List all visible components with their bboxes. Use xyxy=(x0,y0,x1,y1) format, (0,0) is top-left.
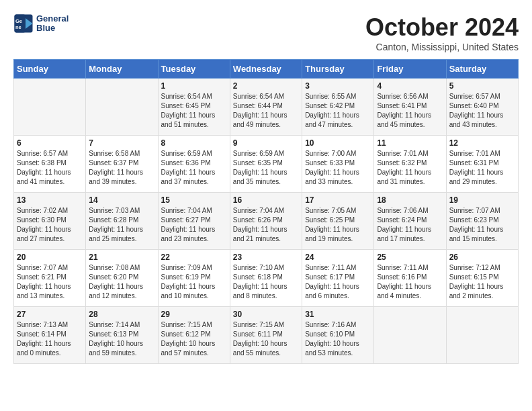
day-detail: Sunrise: 7:02 AMSunset: 6:30 PMDaylight:… xyxy=(17,206,83,244)
day-number: 22 xyxy=(161,253,227,262)
weekday-header: Tuesday xyxy=(158,60,230,79)
calendar-cell: 14Sunrise: 7:03 AMSunset: 6:28 PMDayligh… xyxy=(86,193,158,250)
calendar-week: 27Sunrise: 7:13 AMSunset: 6:14 PMDayligh… xyxy=(14,307,519,364)
title-block: October 2024 Canton, Mississippi, United… xyxy=(365,13,519,52)
day-number: 11 xyxy=(377,138,443,148)
day-detail: Sunrise: 7:05 AMSunset: 6:25 PMDaylight:… xyxy=(305,206,371,244)
logo: Ge ne General Blue xyxy=(13,13,69,34)
weekday-row: SundayMondayTuesdayWednesdayThursdayFrid… xyxy=(14,60,519,79)
calendar-cell xyxy=(374,307,446,364)
day-number: 19 xyxy=(449,195,515,205)
day-number: 1 xyxy=(161,81,227,91)
day-detail: Sunrise: 7:10 AMSunset: 6:18 PMDaylight:… xyxy=(233,263,299,301)
calendar-cell: 22Sunrise: 7:09 AMSunset: 6:19 PMDayligh… xyxy=(158,250,230,307)
calendar-cell: 29Sunrise: 7:15 AMSunset: 6:12 PMDayligh… xyxy=(158,307,230,364)
day-number: 15 xyxy=(161,195,227,205)
day-detail: Sunrise: 6:59 AMSunset: 6:36 PMDaylight:… xyxy=(161,149,227,187)
day-number: 14 xyxy=(89,195,154,205)
day-number: 8 xyxy=(161,138,227,148)
day-detail: Sunrise: 7:04 AMSunset: 6:27 PMDaylight:… xyxy=(161,206,227,244)
calendar-cell: 8Sunrise: 6:59 AMSunset: 6:36 PMDaylight… xyxy=(158,136,230,193)
day-number: 16 xyxy=(233,195,299,205)
weekday-header: Thursday xyxy=(302,60,374,79)
day-number: 27 xyxy=(17,310,83,319)
calendar-cell: 11Sunrise: 7:01 AMSunset: 6:32 PMDayligh… xyxy=(374,136,446,193)
weekday-header: Monday xyxy=(86,60,158,79)
day-number: 24 xyxy=(305,253,371,262)
calendar-cell xyxy=(86,79,158,136)
day-number: 28 xyxy=(89,310,154,319)
calendar-week: 13Sunrise: 7:02 AMSunset: 6:30 PMDayligh… xyxy=(14,193,519,250)
day-detail: Sunrise: 7:04 AMSunset: 6:26 PMDaylight:… xyxy=(233,206,299,244)
day-detail: Sunrise: 7:11 AMSunset: 6:16 PMDaylight:… xyxy=(377,263,443,301)
calendar-cell: 5Sunrise: 6:57 AMSunset: 6:40 PMDaylight… xyxy=(446,79,518,136)
calendar-cell: 1Sunrise: 6:54 AMSunset: 6:45 PMDaylight… xyxy=(158,79,230,136)
day-detail: Sunrise: 7:07 AMSunset: 6:21 PMDaylight:… xyxy=(17,263,83,301)
calendar-cell: 12Sunrise: 7:01 AMSunset: 6:31 PMDayligh… xyxy=(446,136,518,193)
calendar-cell: 19Sunrise: 7:07 AMSunset: 6:23 PMDayligh… xyxy=(446,193,518,250)
svg-text:ne: ne xyxy=(15,24,21,30)
day-detail: Sunrise: 7:01 AMSunset: 6:31 PMDaylight:… xyxy=(449,149,515,187)
day-detail: Sunrise: 6:54 AMSunset: 6:44 PMDaylight:… xyxy=(233,92,299,130)
calendar-week: 20Sunrise: 7:07 AMSunset: 6:21 PMDayligh… xyxy=(14,250,519,307)
location: Canton, Mississippi, United States xyxy=(365,42,519,52)
day-detail: Sunrise: 6:57 AMSunset: 6:38 PMDaylight:… xyxy=(17,149,83,187)
day-number: 6 xyxy=(17,138,83,148)
calendar-cell: 17Sunrise: 7:05 AMSunset: 6:25 PMDayligh… xyxy=(302,193,374,250)
day-number: 2 xyxy=(233,81,299,91)
calendar-cell: 4Sunrise: 6:56 AMSunset: 6:41 PMDaylight… xyxy=(374,79,446,136)
day-number: 26 xyxy=(449,253,515,262)
calendar-cell: 2Sunrise: 6:54 AMSunset: 6:44 PMDaylight… xyxy=(230,79,302,136)
calendar-cell: 3Sunrise: 6:55 AMSunset: 6:42 PMDaylight… xyxy=(302,79,374,136)
calendar-cell: 6Sunrise: 6:57 AMSunset: 6:38 PMDaylight… xyxy=(14,136,86,193)
month-title: October 2024 xyxy=(365,13,519,42)
day-detail: Sunrise: 7:03 AMSunset: 6:28 PMDaylight:… xyxy=(89,206,154,244)
day-detail: Sunrise: 7:15 AMSunset: 6:12 PMDaylight:… xyxy=(161,320,227,358)
day-number: 29 xyxy=(161,310,227,319)
day-detail: Sunrise: 7:13 AMSunset: 6:14 PMDaylight:… xyxy=(17,320,83,358)
svg-text:Ge: Ge xyxy=(15,18,22,24)
calendar-cell: 18Sunrise: 7:06 AMSunset: 6:24 PMDayligh… xyxy=(374,193,446,250)
calendar-week: 1Sunrise: 6:54 AMSunset: 6:45 PMDaylight… xyxy=(14,79,519,136)
logo-text: General Blue xyxy=(36,14,69,34)
day-number: 9 xyxy=(233,138,299,148)
calendar-cell: 10Sunrise: 7:00 AMSunset: 6:33 PMDayligh… xyxy=(302,136,374,193)
day-detail: Sunrise: 7:00 AMSunset: 6:33 PMDaylight:… xyxy=(305,149,371,187)
calendar-week: 6Sunrise: 6:57 AMSunset: 6:38 PMDaylight… xyxy=(14,136,519,193)
calendar-cell xyxy=(14,79,86,136)
calendar-cell: 30Sunrise: 7:15 AMSunset: 6:11 PMDayligh… xyxy=(230,307,302,364)
calendar-cell: 20Sunrise: 7:07 AMSunset: 6:21 PMDayligh… xyxy=(14,250,86,307)
day-number: 3 xyxy=(305,81,371,91)
logo-line1: General xyxy=(36,14,69,24)
day-detail: Sunrise: 6:56 AMSunset: 6:41 PMDaylight:… xyxy=(377,92,443,130)
day-number: 17 xyxy=(305,195,371,205)
calendar-cell: 27Sunrise: 7:13 AMSunset: 6:14 PMDayligh… xyxy=(14,307,86,364)
day-detail: Sunrise: 6:57 AMSunset: 6:40 PMDaylight:… xyxy=(449,92,515,130)
page-header: Ge ne General Blue October 2024 Canton, … xyxy=(13,13,519,52)
day-number: 10 xyxy=(305,138,371,148)
weekday-header: Sunday xyxy=(14,60,86,79)
day-detail: Sunrise: 6:54 AMSunset: 6:45 PMDaylight:… xyxy=(161,92,227,130)
day-detail: Sunrise: 7:09 AMSunset: 6:19 PMDaylight:… xyxy=(161,263,227,301)
day-number: 31 xyxy=(305,310,371,319)
calendar-cell: 26Sunrise: 7:12 AMSunset: 6:15 PMDayligh… xyxy=(446,250,518,307)
calendar-cell: 23Sunrise: 7:10 AMSunset: 6:18 PMDayligh… xyxy=(230,250,302,307)
day-number: 20 xyxy=(17,253,83,262)
calendar-cell: 21Sunrise: 7:08 AMSunset: 6:20 PMDayligh… xyxy=(86,250,158,307)
day-number: 13 xyxy=(17,195,83,205)
day-number: 18 xyxy=(377,195,443,205)
calendar-header: SundayMondayTuesdayWednesdayThursdayFrid… xyxy=(14,60,519,79)
day-detail: Sunrise: 7:16 AMSunset: 6:10 PMDaylight:… xyxy=(305,320,371,358)
weekday-header: Saturday xyxy=(446,60,518,79)
calendar-body: 1Sunrise: 6:54 AMSunset: 6:45 PMDaylight… xyxy=(14,79,519,364)
calendar-cell: 25Sunrise: 7:11 AMSunset: 6:16 PMDayligh… xyxy=(374,250,446,307)
day-number: 4 xyxy=(377,81,443,91)
calendar-cell: 28Sunrise: 7:14 AMSunset: 6:13 PMDayligh… xyxy=(86,307,158,364)
day-detail: Sunrise: 6:55 AMSunset: 6:42 PMDaylight:… xyxy=(305,92,371,130)
day-detail: Sunrise: 6:58 AMSunset: 6:37 PMDaylight:… xyxy=(89,149,154,187)
day-detail: Sunrise: 7:15 AMSunset: 6:11 PMDaylight:… xyxy=(233,320,299,358)
calendar-table: SundayMondayTuesdayWednesdayThursdayFrid… xyxy=(13,59,519,364)
day-detail: Sunrise: 6:59 AMSunset: 6:35 PMDaylight:… xyxy=(233,149,299,187)
day-number: 12 xyxy=(449,138,515,148)
weekday-header: Friday xyxy=(374,60,446,79)
